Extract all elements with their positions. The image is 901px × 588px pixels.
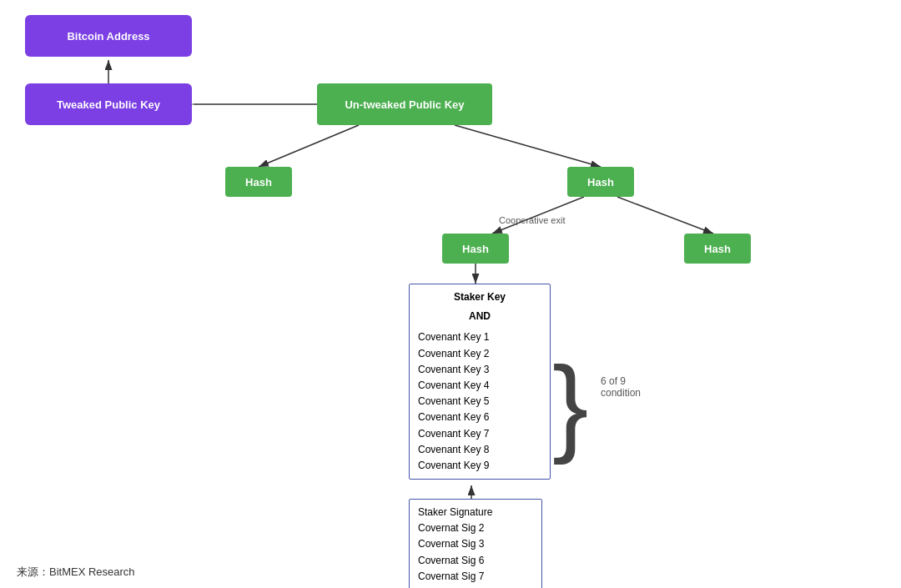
- hash-left-node: Hash: [225, 167, 292, 197]
- covernat-sig-8: Covernat Sig 8: [418, 585, 533, 588]
- source-label: 来源：BitMEX Research: [17, 565, 135, 580]
- svg-line-7: [617, 197, 713, 234]
- brace-symbol: }: [552, 350, 588, 459]
- hash-center-node: Hash: [442, 234, 509, 264]
- hash-right-top-node: Hash: [567, 167, 634, 197]
- tweaked-key-node: Tweaked Public Key: [25, 83, 192, 125]
- covenant-key-4: Covenant Key 4: [418, 378, 541, 394]
- staker-sig: Staker Signature: [418, 505, 533, 520]
- covenant-key-6: Covenant Key 6: [418, 410, 541, 425]
- hash-far-right-node: Hash: [684, 234, 751, 264]
- covenant-key-2: Covenant Key 2: [418, 346, 541, 362]
- untweaked-key-node: Un-tweaked Public Key: [317, 83, 492, 125]
- condition-label: 6 of 9 condition: [601, 375, 641, 399]
- covenant-key-5: Covenant Key 5: [418, 394, 541, 410]
- signature-box: Staker Signature Covernat Sig 2 Covernat…: [409, 499, 542, 588]
- staker-box: Staker Key AND Covenant Key 1 Covenant K…: [409, 284, 551, 480]
- covernat-sig-6: Covernat Sig 6: [418, 553, 533, 569]
- covenant-key-7: Covenant Key 7: [418, 426, 541, 442]
- covernat-sig-2: Covernat Sig 2: [418, 520, 533, 536]
- covenant-key-1: Covenant Key 1: [418, 329, 541, 345]
- covenant-key-9: Covenant Key 9: [418, 458, 541, 474]
- covernat-sig-3: Covernat Sig 3: [418, 536, 533, 552]
- staker-key-label: Staker Key: [418, 289, 541, 305]
- covenant-key-8: Covenant Key 8: [418, 442, 541, 458]
- bitcoin-address-node: Bitcoin Address: [25, 15, 192, 57]
- covernat-sig-7: Covernat Sig 7: [418, 569, 533, 585]
- cooperative-exit-label: Cooperative exit: [499, 215, 566, 225]
- and-label: AND: [418, 309, 541, 324]
- covenant-key-3: Covenant Key 3: [418, 362, 541, 378]
- svg-line-4: [259, 125, 359, 167]
- svg-line-5: [455, 125, 601, 167]
- diagram: Bitcoin Address Tweaked Public Key Un-tw…: [0, 0, 901, 567]
